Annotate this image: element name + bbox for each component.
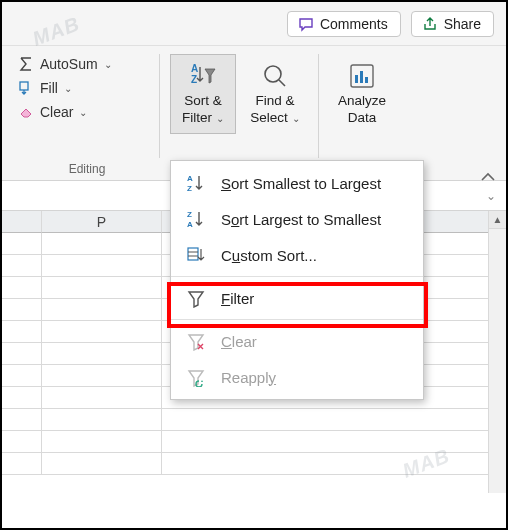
svg-rect-0: [20, 82, 28, 90]
svg-text:Z: Z: [187, 184, 192, 193]
scroll-up-button[interactable]: ▲: [489, 211, 506, 229]
collapse-ribbon-button[interactable]: [480, 170, 496, 187]
menu-label: Clear: [221, 333, 257, 350]
column-header[interactable]: [2, 211, 42, 233]
comments-button[interactable]: Comments: [287, 11, 401, 37]
menu-sort-desc[interactable]: ZA Sort Largest to Smallest: [171, 201, 423, 237]
fill-label: Fill: [40, 80, 58, 96]
share-button[interactable]: Share: [411, 11, 494, 37]
analyze-label-1: Analyze: [338, 93, 386, 110]
menu-custom-sort[interactable]: Custom Sort...: [171, 237, 423, 273]
menu-sort-asc[interactable]: AZ Sort Smallest to Largest: [171, 165, 423, 201]
menu-separator: [171, 276, 423, 277]
vertical-scrollbar[interactable]: ▲: [488, 211, 506, 493]
menu-label: Sort Largest to Smallest: [221, 211, 381, 228]
menu-separator: [171, 319, 423, 320]
fill-button[interactable]: Fill ⌄: [14, 78, 149, 98]
sort-desc-icon: ZA: [185, 209, 207, 229]
analyze-label-2: Data: [348, 110, 377, 127]
separator: [318, 54, 319, 158]
title-bar-right: Comments Share: [2, 2, 506, 46]
funnel-clear-icon: [185, 331, 207, 351]
sort-filter-label-1: Sort &: [184, 93, 222, 110]
fill-down-icon: [18, 80, 34, 96]
find-select-button[interactable]: Find & Select ⌄: [242, 54, 308, 134]
separator: [159, 54, 160, 158]
svg-rect-7: [365, 77, 368, 83]
column-header-p[interactable]: P: [42, 211, 162, 233]
analyze-icon: [347, 59, 377, 93]
chevron-down-icon: ⌄: [79, 107, 87, 118]
autosum-label: AutoSum: [40, 56, 98, 72]
group-label-editing: Editing: [14, 162, 160, 176]
share-label: Share: [444, 16, 481, 32]
sort-filter-menu: AZ Sort Smallest to Largest ZA Sort Larg…: [170, 160, 424, 400]
svg-rect-5: [355, 75, 358, 83]
svg-text:A: A: [187, 174, 193, 183]
funnel-reapply-icon: [185, 367, 207, 387]
chevron-down-icon: ⌄: [216, 113, 224, 124]
clear-label: Clear: [40, 104, 73, 120]
svg-rect-12: [188, 248, 198, 260]
share-icon: [422, 16, 438, 32]
svg-point-3: [265, 66, 281, 82]
formula-expand-icon[interactable]: ⌄: [486, 189, 496, 203]
funnel-icon: [185, 288, 207, 308]
svg-text:A: A: [187, 220, 193, 229]
chevron-down-icon: ⌄: [104, 59, 112, 70]
sigma-icon: [18, 56, 34, 72]
sort-filter-icon: A Z: [188, 59, 218, 93]
menu-label: Filter: [221, 290, 254, 307]
chevron-down-icon: ⌄: [292, 113, 300, 124]
editing-group: AutoSum ⌄ Fill ⌄ Clear ⌄: [14, 54, 149, 122]
svg-text:Z: Z: [191, 74, 197, 85]
comments-label: Comments: [320, 16, 388, 32]
autosum-button[interactable]: AutoSum ⌄: [14, 54, 149, 74]
menu-label: Custom Sort...: [221, 247, 317, 264]
magnifier-icon: [261, 59, 289, 93]
custom-sort-icon: [185, 245, 207, 265]
find-select-label-2: Select: [250, 110, 288, 125]
sort-filter-button[interactable]: A Z Sort & Filter ⌄: [170, 54, 236, 134]
analyze-data-button[interactable]: Analyze Data: [329, 54, 395, 134]
svg-text:A: A: [191, 63, 198, 74]
menu-filter[interactable]: Filter: [171, 280, 423, 316]
comment-icon: [298, 16, 314, 32]
menu-label: Reapply: [221, 369, 276, 386]
sort-asc-icon: AZ: [185, 173, 207, 193]
clear-button[interactable]: Clear ⌄: [14, 102, 149, 122]
menu-label: Sort Smallest to Largest: [221, 175, 381, 192]
sort-filter-label-2: Filter: [182, 110, 212, 125]
chevron-down-icon: ⌄: [64, 83, 72, 94]
menu-clear-filter: Clear: [171, 323, 423, 359]
svg-rect-6: [360, 71, 363, 83]
eraser-icon: [18, 104, 34, 120]
menu-reapply-filter: Reapply: [171, 359, 423, 395]
svg-text:Z: Z: [187, 210, 192, 219]
find-select-label-1: Find &: [255, 93, 294, 110]
